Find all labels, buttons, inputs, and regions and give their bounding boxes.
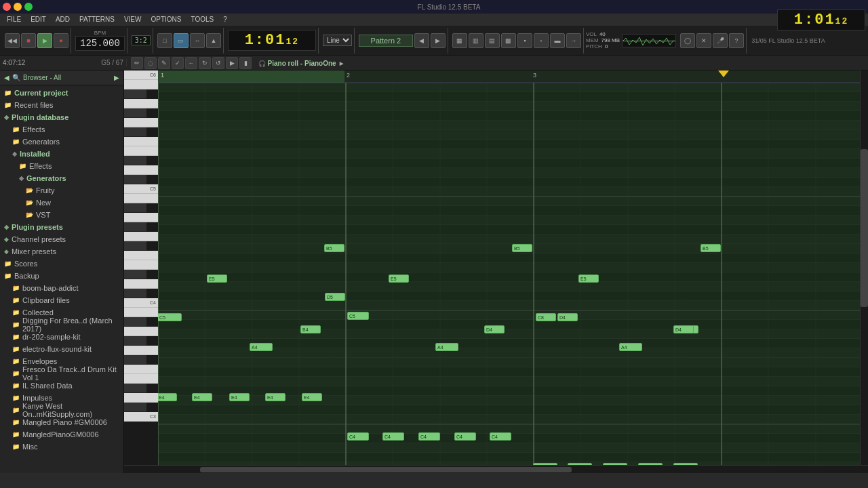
sidebar-item-current-project[interactable]: 📁 Current project (0, 87, 123, 99)
sidebar-item-generators-sub[interactable]: ◆ Generators (0, 172, 123, 184)
sidebar-item-new[interactable]: 📂 New (0, 197, 123, 209)
sidebar-item-effects[interactable]: 📁 Effects (0, 123, 123, 136)
note-1[interactable]: D5 (325, 293, 345, 301)
pr-tool-5[interactable]: ← (185, 57, 197, 69)
piano-key-A#5[interactable] (124, 89, 146, 99)
piano-key-F3[interactable] (124, 365, 158, 374)
sidebar-item-plugin-db[interactable]: ◆ Plugin database (0, 111, 123, 123)
sidebar-item-plugin-presets[interactable]: ◆ Plugin presets (0, 221, 123, 233)
mixer-btn-3[interactable]: ▤ (485, 33, 500, 48)
note-6[interactable]: A4 (250, 343, 273, 351)
note-10[interactable]: E4 (265, 393, 285, 401)
menu-add[interactable]: ADD (52, 14, 74, 26)
note-30[interactable]: B5 (701, 244, 721, 252)
piano-key-D3[interactable] (124, 393, 158, 403)
pr-tool-1[interactable]: ✏ (131, 57, 143, 69)
menu-help[interactable]: ? (219, 14, 231, 26)
piano-key-F5[interactable] (124, 137, 158, 146)
stop-btn[interactable]: ■ (21, 33, 36, 48)
piano-key-A4[interactable] (124, 213, 158, 222)
sidebar-item-recent-files[interactable]: 📁 Recent files (0, 99, 123, 111)
piano-key-A5[interactable] (124, 99, 158, 108)
vertical-scrollbar[interactable] (860, 70, 868, 465)
pr-tool-4[interactable]: ✓ (172, 57, 184, 69)
sidebar-item-misc[interactable]: 📁 Misc (0, 441, 123, 453)
piano-key-D#4[interactable] (124, 270, 146, 279)
sidebar-item-generators[interactable]: 📁 Generators (0, 136, 123, 148)
pr-tool-2[interactable]: ◌ (144, 57, 157, 69)
sidebar-item-mangled2[interactable]: 📁 MangledPianoGM0006 (0, 428, 123, 441)
sidebar-item-fruity[interactable]: 📂 Fruity (0, 184, 123, 197)
sidebar-item-effects-sub[interactable]: 📁 Effects (0, 160, 123, 172)
note-3[interactable]: E5 (389, 274, 409, 283)
pattern-display[interactable]: Pattern 2 (359, 35, 413, 47)
piano-key-D#5[interactable] (124, 156, 146, 165)
mixer-btn-8[interactable]: → (566, 33, 581, 48)
mixer-btn-1[interactable]: ▦ (452, 33, 467, 48)
mode-btn-2[interactable]: ▭ (174, 33, 189, 48)
piano-key-B3[interactable] (124, 308, 158, 317)
piano-key-C5[interactable]: C5 (124, 184, 158, 194)
note-5[interactable]: B4 (300, 325, 321, 333)
pattern-prev[interactable]: ◀ (414, 33, 429, 48)
pr-tool-3[interactable]: ✎ (158, 57, 170, 69)
piano-key-E4[interactable] (124, 260, 158, 270)
note-12[interactable]: C4 (347, 432, 369, 441)
note-9[interactable]: E4 (229, 393, 250, 401)
piano-key-C#3[interactable] (124, 403, 146, 412)
sidebar-item-scores[interactable]: 📁 Scores (0, 258, 123, 270)
note-13[interactable]: C4 (382, 432, 404, 441)
piano-key-E5[interactable] (124, 146, 158, 156)
mixer-btn-2[interactable]: ▥ (469, 33, 484, 48)
v-scroll-thumb[interactable] (861, 149, 868, 307)
sidebar-item-installed[interactable]: ◆ Installed (0, 148, 123, 160)
piano-key-B5[interactable] (124, 80, 158, 89)
sidebar-item-fresco[interactable]: 📁 Fresco Da Track..d Drum Kit Vol 1 (0, 367, 123, 380)
pr-tool-7[interactable]: ↺ (212, 57, 224, 69)
bpm-display[interactable]: 125.000 (75, 36, 125, 51)
note-0[interactable]: B5 (324, 244, 344, 252)
note-14[interactable]: C4 (418, 432, 440, 441)
sidebar-collapse[interactable]: ▶ (114, 74, 119, 81)
sidebar-item-vst[interactable]: 📂 VST (0, 209, 123, 221)
note-27[interactable]: C8 (536, 313, 556, 321)
pr-tool-9[interactable]: ▮ (239, 57, 252, 69)
prev-btn[interactable]: ◀◀ (5, 33, 20, 48)
menu-patterns[interactable]: PATTERNS (75, 14, 119, 26)
piano-key-C6[interactable]: C6 (124, 70, 158, 80)
piano-key-C4[interactable]: C4 (124, 298, 158, 308)
note-4[interactable]: C5 (347, 312, 369, 320)
piano-key-B4[interactable] (124, 194, 158, 203)
piano-key-G#3[interactable] (124, 336, 146, 346)
piano-key-C#4[interactable] (124, 289, 146, 298)
menu-tools[interactable]: TOOLS (186, 14, 218, 26)
sidebar-item-channel-presets[interactable]: ◆ Channel presets (0, 233, 123, 245)
play-btn[interactable]: ▶ (37, 33, 52, 48)
sidebar-item-mangled[interactable]: 📁 Mangled Piano #GM0006 (0, 416, 123, 428)
piano-key-G4[interactable] (124, 232, 158, 241)
piano-key-G#4[interactable] (124, 222, 146, 232)
piano-key-D5[interactable] (124, 165, 158, 175)
pr-tool-6[interactable]: ↻ (199, 57, 211, 69)
sidebar-item-boom-bap[interactable]: 📁 boom-bap-addict (0, 282, 123, 294)
sidebar-item-electro[interactable]: 📁 electro-flux-sound-kit (0, 343, 123, 355)
piano-key-D4[interactable] (124, 279, 158, 289)
piano-key-D#3[interactable] (124, 384, 146, 393)
piano-key-F#3[interactable] (124, 355, 146, 365)
piano-key-A#3[interactable] (124, 317, 146, 327)
note-18[interactable]: C5 (158, 313, 182, 321)
piano-key-G#5[interactable] (124, 108, 146, 118)
mixer-btn-4[interactable]: ▩ (501, 33, 516, 48)
line-mode-select[interactable]: Line (323, 35, 352, 46)
note-32[interactable]: D4 (673, 325, 694, 333)
mic-btn[interactable]: 🎤 (713, 33, 728, 48)
menu-edit[interactable]: EDIT (26, 14, 50, 26)
note-24[interactable]: D4 (484, 325, 505, 333)
piano-key-F4[interactable] (124, 251, 158, 260)
mixer-btn-5[interactable]: ▪ (517, 33, 532, 48)
note-16[interactable]: C4 (490, 432, 511, 441)
menu-file[interactable]: FILE (3, 14, 25, 26)
piano-key-C3[interactable]: C3 (124, 412, 158, 422)
horizontal-scrollbar[interactable] (124, 465, 868, 473)
note-2[interactable]: B5 (512, 244, 532, 252)
